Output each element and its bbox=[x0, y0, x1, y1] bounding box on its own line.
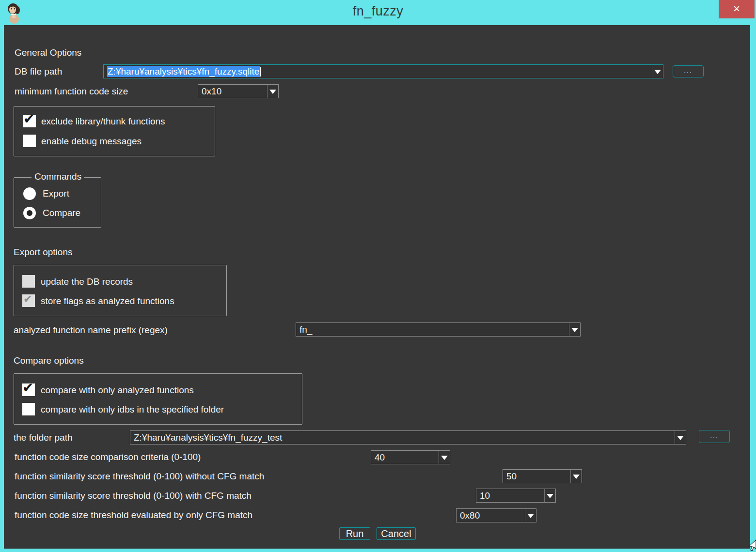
similarity-with-cfg-dropdown-button[interactable] bbox=[544, 489, 555, 502]
db-file-path-label: DB file path bbox=[15, 66, 62, 77]
enable-debug-label[interactable]: enable debug messages bbox=[41, 136, 142, 147]
folder-path-browse-button[interactable]: ... bbox=[699, 430, 730, 443]
size-threshold-cfg-label: function code size threshold evaluated b… bbox=[15, 510, 252, 521]
export-radio-label[interactable]: Export bbox=[43, 188, 69, 199]
chevron-down-icon bbox=[677, 436, 684, 440]
close-button[interactable]: × bbox=[719, 0, 755, 18]
min-code-size-combobox[interactable]: 0x10 bbox=[198, 84, 279, 98]
folder-path-label: the folder path bbox=[14, 432, 72, 443]
chevron-down-icon bbox=[441, 456, 448, 460]
similarity-with-cfg-label: function similarity score threshold (0-1… bbox=[15, 491, 252, 501]
folder-path-value: Z:¥haru¥analysis¥tics¥fn_fuzzy_test bbox=[134, 432, 672, 444]
chevron-down-icon bbox=[527, 514, 534, 518]
db-file-path-dropdown-button[interactable] bbox=[652, 65, 663, 78]
general-options-heading: General Options bbox=[15, 47, 81, 58]
min-code-size-dropdown-button[interactable] bbox=[267, 85, 278, 98]
export-radio[interactable] bbox=[23, 187, 36, 200]
enable-debug-checkbox[interactable]: ✔ bbox=[23, 135, 36, 147]
folder-path-dropdown-button[interactable] bbox=[675, 431, 686, 444]
compare-checks-group bbox=[14, 373, 302, 425]
compare-radio[interactable] bbox=[23, 207, 36, 219]
compare-idbs-checkbox[interactable]: ✔ bbox=[22, 403, 35, 415]
similarity-with-cfg-combobox[interactable]: 10 bbox=[476, 489, 556, 503]
dialog-body: General Options DB file path Z:¥haru¥ana… bbox=[4, 25, 750, 549]
similarity-without-cfg-value: 50 bbox=[506, 471, 568, 482]
export-checks-group bbox=[14, 265, 227, 316]
chevron-down-icon bbox=[571, 328, 578, 332]
db-file-path-value: Z:¥haru¥analysis¥tics¥fn_fuzzy.sqlite bbox=[107, 66, 649, 77]
size-threshold-cfg-value: 0x80 bbox=[460, 510, 522, 521]
run-button[interactable]: Run bbox=[339, 527, 370, 540]
check-icon: ✔ bbox=[22, 380, 33, 396]
chevron-down-icon bbox=[547, 494, 553, 498]
compare-analyzed-label[interactable]: compare with only analyzed functions bbox=[41, 385, 194, 396]
code-size-criteria-value: 40 bbox=[375, 452, 436, 463]
similarity-with-cfg-value: 10 bbox=[480, 490, 542, 502]
prefix-value: fn_ bbox=[299, 324, 567, 336]
exclude-library-label[interactable]: exclude library/thunk functions bbox=[41, 116, 165, 127]
similarity-without-cfg-label: function similarity score threshold (0-1… bbox=[15, 471, 264, 482]
db-file-path-combobox[interactable]: Z:¥haru¥analysis¥tics¥fn_fuzzy.sqlite bbox=[103, 64, 663, 78]
compare-idbs-label[interactable]: compare with only idbs in the specified … bbox=[41, 404, 224, 415]
fn-fuzzy-window: fn_fuzzy × General Options DB file path … bbox=[0, 0, 756, 552]
title-bar[interactable]: fn_fuzzy × bbox=[0, 0, 756, 25]
commands-group-title: Commands bbox=[32, 171, 84, 182]
cancel-button[interactable]: Cancel bbox=[377, 527, 416, 540]
folder-path-combobox[interactable]: Z:¥haru¥analysis¥tics¥fn_fuzzy_test bbox=[130, 430, 686, 445]
mouse-cursor-icon bbox=[743, 539, 756, 552]
check-icon: ✔ bbox=[23, 293, 32, 305]
prefix-dropdown-button[interactable] bbox=[569, 323, 580, 336]
compare-options-heading: Compare options bbox=[14, 355, 84, 366]
update-db-records-label: update the DB records bbox=[41, 276, 133, 287]
size-threshold-cfg-combobox[interactable]: 0x80 bbox=[456, 508, 536, 522]
code-size-criteria-label: function code size comparison criteria (… bbox=[15, 452, 201, 462]
window-title: fn_fuzzy bbox=[0, 4, 756, 19]
chevron-down-icon bbox=[573, 475, 580, 479]
store-flags-label: store flags as analyzed functions bbox=[41, 296, 174, 307]
update-db-records-checkbox: ✔ bbox=[22, 275, 35, 288]
similarity-without-cfg-combobox[interactable]: 50 bbox=[503, 469, 582, 483]
export-options-heading: Export options bbox=[14, 247, 72, 258]
min-code-size-label: minimum function code size bbox=[15, 86, 128, 97]
code-size-criteria-dropdown-button[interactable] bbox=[439, 451, 450, 464]
min-code-size-value: 0x10 bbox=[202, 86, 265, 97]
check-icon: ✔ bbox=[23, 111, 34, 127]
prefix-label: analyzed function name prefix (regex) bbox=[14, 325, 168, 336]
prefix-combobox[interactable]: fn_ bbox=[296, 322, 581, 337]
commands-group: Commands bbox=[14, 177, 101, 228]
general-checks-group bbox=[14, 106, 215, 156]
db-file-path-browse-button[interactable]: ... bbox=[673, 65, 704, 77]
exclude-library-checkbox[interactable]: ✔ bbox=[23, 115, 36, 127]
store-flags-checkbox: ✔ bbox=[22, 294, 35, 307]
chevron-down-icon bbox=[269, 90, 276, 94]
similarity-without-cfg-dropdown-button[interactable] bbox=[570, 470, 582, 483]
compare-radio-label[interactable]: Compare bbox=[43, 208, 80, 218]
compare-analyzed-checkbox[interactable]: ✔ bbox=[22, 383, 35, 396]
chevron-down-icon bbox=[654, 70, 661, 74]
code-size-criteria-combobox[interactable]: 40 bbox=[371, 450, 450, 464]
text-caret bbox=[260, 67, 261, 77]
size-threshold-cfg-dropdown-button[interactable] bbox=[525, 509, 536, 522]
